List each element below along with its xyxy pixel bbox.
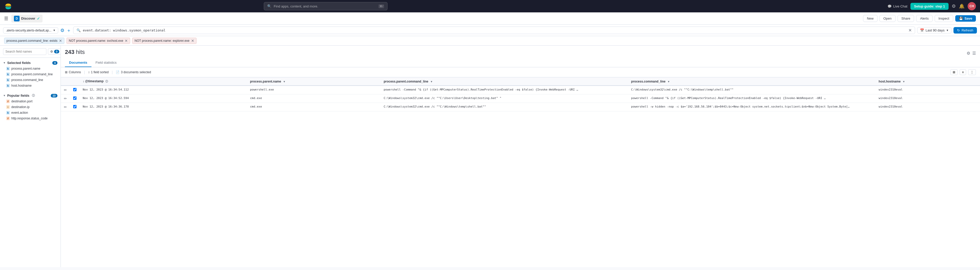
notifications-icon[interactable]: 🔔 — [959, 3, 964, 9]
sidebar-field-process-parent-name[interactable]: k process.parent.name — [0, 66, 60, 72]
index-pattern-selector[interactable]: .alerts-security.alerts-default,ap... ▼ — [3, 27, 58, 34]
columns-button[interactable]: ⊞ Columns — [65, 70, 81, 74]
data-table-wrapper: ↓ @timestamp ⓘ process.parent.name ▼ pro… — [61, 77, 980, 267]
settings-icon[interactable]: ⚙ — [952, 3, 956, 9]
filter-options-button[interactable]: ⚙ — [60, 27, 64, 33]
row-expand-cell[interactable]: ✏ — [61, 86, 70, 94]
row-expand-cell[interactable]: ✏ — [61, 103, 70, 112]
field-type-icon: i — [6, 105, 10, 109]
field-name: event.action — [11, 111, 28, 115]
hamburger-menu[interactable]: ☰ — [4, 16, 8, 21]
row-checkbox-cell[interactable] — [70, 103, 80, 112]
row-checkbox-cell[interactable] — [70, 94, 80, 103]
filter-tag-0[interactable]: process.parent.command_line: exists ✕ — [4, 38, 64, 44]
th-hostname[interactable]: host.hostname ▼ — [876, 77, 980, 86]
filter-tag-label-0: process.parent.command_line: exists — [6, 39, 57, 43]
columns-icon: ⊞ — [65, 70, 67, 74]
sort-icon: ↕ — [88, 70, 90, 74]
sidebar-field-http-status[interactable]: # http.response.status_code — [0, 115, 60, 121]
separator: | — [112, 70, 113, 74]
th-timestamp[interactable]: ↓ @timestamp ⓘ — [80, 77, 247, 86]
top-nav: elastic 🔍 ⌘/ 💬 Live Chat Setup guide: st… — [0, 0, 980, 13]
sidebar-field-destination-port[interactable]: # destination.port — [0, 99, 60, 104]
selected-fields-header[interactable]: ▼ Selected fields 4 — [0, 60, 60, 66]
clear-query-button[interactable]: ✕ — [908, 28, 912, 33]
sidebar-field-destination-ip[interactable]: i destination.ip — [0, 104, 60, 110]
th-parent-name[interactable]: process.parent.name ▼ — [247, 77, 380, 86]
field-name: http.response.status_code — [11, 117, 48, 120]
sidebar: ⚙ 0 ▼ Selected fields 4 k process.parent… — [0, 46, 61, 267]
sort-icon: ▼ — [430, 80, 433, 83]
tab-field-statistics[interactable]: Field statistics — [91, 59, 121, 67]
sidebar-field-event-action[interactable]: k event.action — [0, 110, 60, 115]
search-icon: 🔍 — [267, 4, 272, 8]
global-search-input[interactable] — [274, 5, 376, 8]
list-view-button[interactable]: ≡ — [960, 69, 966, 75]
avatar[interactable]: CH — [967, 2, 976, 10]
refresh-button[interactable]: ↻ Refresh — [953, 27, 977, 34]
elastic-logo[interactable]: elastic — [4, 2, 13, 10]
sidebar-field-host-hostname[interactable]: k host.hostname — [0, 83, 60, 88]
active-filters-bar: process.parent.command_line: exists ✕ NO… — [0, 36, 980, 46]
field-name: destination.ip — [11, 105, 30, 109]
grid-view-button[interactable]: ⊞ — [950, 69, 958, 75]
open-button[interactable]: Open — [880, 15, 896, 22]
selected-fields-count: 4 — [52, 61, 57, 65]
share-button[interactable]: Share — [897, 15, 914, 22]
inspect-button[interactable]: Inspect — [935, 15, 953, 22]
row-expand-cell[interactable]: ✏ — [61, 94, 70, 103]
sort-icon: ▼ — [902, 80, 905, 83]
filter-tag-2[interactable]: NOT process.parent.name: explorer.exe ✕ — [132, 38, 196, 44]
th-parent-cmd[interactable]: process.parent.command_line ▼ — [380, 77, 628, 86]
settings-button[interactable]: ☰ — [972, 51, 976, 56]
row-expand-button[interactable]: ✏ — [64, 88, 67, 92]
query-text: event.dataset: windows.sysmon_operationa… — [83, 28, 165, 32]
search-icon: 🔍 — [76, 28, 81, 32]
field-name: destination.port — [11, 99, 32, 103]
filter-icon: ⚙ — [50, 50, 53, 53]
sidebar-search-area: ⚙ 0 — [0, 46, 60, 58]
save-button[interactable]: 💾 Save — [955, 15, 976, 22]
sidebar-field-process-cmd[interactable]: k process.command_line — [0, 77, 60, 83]
filter-tag-1[interactable]: NOT process.parent.name: svchost.exe ✕ — [67, 38, 130, 44]
filter-remove-0[interactable]: ✕ — [59, 39, 62, 43]
query-bar[interactable]: 🔍 event.dataset: windows.sysmon_operatio… — [73, 27, 915, 34]
row-expand-button[interactable]: ✏ — [64, 96, 67, 101]
main-toolbar: ☰ D Discover ✓ New Open Share Alerts Ins… — [0, 13, 980, 25]
check-icon: ✓ — [37, 16, 40, 21]
field-search-input[interactable] — [3, 48, 46, 55]
selected-docs-button[interactable]: 📄 3 documents selected — [116, 70, 151, 74]
row-checkbox[interactable] — [73, 96, 76, 100]
content-tabs: Documents Field statistics — [65, 59, 976, 67]
global-search-bar[interactable]: 🔍 ⌘/ — [264, 2, 387, 10]
field-type-icon: k — [6, 78, 10, 82]
row-checkbox[interactable] — [73, 105, 76, 108]
add-filter-button[interactable]: ＋ — [67, 27, 71, 34]
sort-button[interactable]: ↕ 1 field sorted — [88, 70, 109, 74]
row-checkbox-cell[interactable] — [70, 86, 80, 94]
live-chat-button[interactable]: 💬 Live Chat — [888, 5, 907, 8]
setup-guide-button[interactable]: Setup guide: step 1 — [910, 3, 948, 10]
th-cmd-line[interactable]: process.command_line ▼ — [628, 77, 876, 86]
filter-remove-1[interactable]: ✕ — [125, 39, 128, 43]
sidebar-filter-button[interactable]: ⚙ 0 — [48, 48, 61, 55]
parent-name-cell: powershell.exe — [247, 86, 380, 94]
row-checkbox[interactable] — [73, 88, 76, 91]
more-options-button[interactable]: ⋮ — [968, 69, 976, 75]
table-row: ✏ Nov 12, 2023 @ 16:34:54.112 powershell… — [61, 86, 980, 94]
nav-right: 💬 Live Chat Setup guide: step 1 ⚙ 🔔 CH — [888, 2, 976, 10]
content-header: 243 hits ⚙ ☰ Documents Field statistics — [61, 46, 980, 67]
popular-fields-header[interactable]: ▼ Popular fields ⓘ 10 — [0, 93, 60, 99]
tab-documents[interactable]: Documents — [65, 59, 91, 67]
alerts-button[interactable]: Alerts — [916, 15, 932, 22]
filter-remove-2[interactable]: ✕ — [191, 39, 194, 43]
field-type-icon: k — [6, 67, 10, 70]
table-row: ✏ Nov 12, 2023 @ 16:34:52.594 cmd.exe C:… — [61, 94, 980, 103]
expand-icon: ▼ — [3, 61, 6, 64]
new-button[interactable]: New — [863, 15, 877, 22]
field-chooser-button[interactable]: ⚙ — [967, 51, 970, 56]
sidebar-field-process-parent-cmd[interactable]: k process.parent.command_line — [0, 72, 60, 77]
date-range-picker[interactable]: 📅 Last 90 days ▼ — [917, 27, 952, 34]
filter-count-badge: 0 — [54, 50, 59, 53]
row-expand-button[interactable]: ✏ — [64, 105, 67, 109]
